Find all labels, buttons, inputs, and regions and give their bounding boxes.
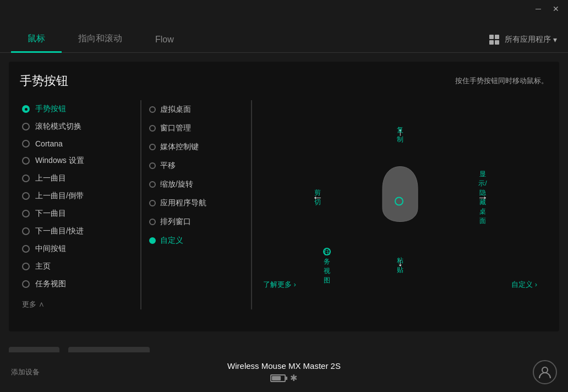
mid-item-tile[interactable]: 排列窗口 [147, 213, 245, 231]
right-label: 显示/隐藏桌面 [477, 169, 488, 225]
list-item-middle[interactable]: 中间按钮 [20, 240, 135, 258]
mid-item-virtual[interactable]: 虚拟桌面 [147, 100, 245, 119]
device-icons: ✱ [270, 373, 297, 383]
radio-anypage [22, 280, 30, 288]
show-more-btn[interactable]: 更多 ∧ [20, 297, 135, 309]
radio-prevback [22, 192, 30, 200]
bl-label: 任务视图 [323, 248, 331, 285]
radio-windows [22, 157, 30, 165]
device-info: Wireless Mouse MX Master 2S ✱ [227, 361, 341, 383]
mid-item-zoom[interactable]: 缩放/旋转 [147, 175, 245, 194]
chevron-down-icon: ▾ [553, 35, 557, 44]
up-label: 复制 [397, 126, 403, 144]
battery-fill [272, 376, 280, 380]
mouse-graphic [378, 164, 422, 225]
left-label: 剪切 [312, 188, 323, 206]
title-bar: ─ ✕ [0, 0, 568, 18]
tab-bar: 鼠标 指向和滚动 Flow 所有应用程序 ▾ [0, 18, 568, 53]
list-item-windows[interactable]: Windows 设置 [20, 152, 135, 170]
gesture-down: ↓ 粘贴 [397, 256, 403, 269]
mid-item-media[interactable]: 媒体控制键 [147, 138, 245, 156]
section-hint: 按住手势按钮同时移动鼠标。 [455, 76, 548, 86]
radio-cortana [22, 140, 30, 148]
user-avatar[interactable] [533, 360, 557, 384]
avatar-icon [538, 365, 552, 379]
radio-appnav [149, 200, 156, 206]
tab-mouse[interactable]: 鼠标 [11, 26, 62, 53]
list-item-gesture[interactable]: 手势按钮 [20, 100, 135, 118]
main-panel: 手势按钮 按住手势按钮同时移动鼠标。 手势按钮 滚轮模式切换 Cortana W… [9, 62, 559, 331]
radio-media [149, 144, 156, 150]
radio-zoom [149, 181, 156, 188]
gesture-links: 了解更多 › 自定义 › [263, 280, 537, 290]
gesture-bottomleft: 任务视图 [323, 248, 331, 258]
radio-custom [149, 237, 156, 244]
list-item-scroll[interactable]: 滚轮模式切换 [20, 118, 135, 135]
gesture-area: 复制 ↑ ↓ 粘贴 剪切 ← [252, 100, 548, 309]
section-header: 手势按钮 按住手势按钮同时移动鼠标。 [20, 73, 548, 89]
svg-point-1 [542, 367, 548, 373]
gesture-container: 复制 ↑ ↓ 粘贴 剪切 ← [307, 120, 494, 274]
list-item-nextfast[interactable]: 下一曲目/快进 [20, 222, 135, 240]
apps-dropdown[interactable]: 所有应用程序 ▾ [505, 35, 557, 45]
mid-item-window[interactable]: 窗口管理 [147, 119, 245, 138]
battery-icon [270, 374, 286, 382]
list-item-home[interactable]: 主页 [20, 258, 135, 275]
mid-item-appnav[interactable]: 应用程序导航 [147, 194, 245, 213]
radio-gesture [22, 105, 30, 113]
list-item-anypage[interactable]: 任务视图 [20, 275, 135, 293]
down-label: 粘贴 [397, 256, 403, 275]
list-item-cortana[interactable]: Cortana [20, 135, 135, 152]
mid-item-custom[interactable]: 自定义 [147, 231, 245, 250]
add-device-btn[interactable]: 添加设备 [11, 367, 40, 377]
radio-next [22, 210, 30, 217]
left-list: 手势按钮 滚轮模式切换 Cortana Windows 设置 上一曲目 上一曲目… [20, 100, 141, 309]
close-button[interactable]: ✕ [548, 3, 564, 15]
mid-item-pan[interactable]: 平移 [147, 156, 245, 175]
radio-middle [22, 245, 30, 253]
status-bar: 添加设备 Wireless Mouse MX Master 2S ✱ [0, 352, 568, 392]
mid-list: 虚拟桌面 窗口管理 媒体控制键 平移 缩放/旋转 应用程序导航 [141, 100, 252, 309]
radio-prev [22, 175, 30, 182]
radio-scroll [22, 123, 30, 130]
gesture-left: 剪切 ← [312, 191, 323, 204]
content-area: 手势按钮 滚轮模式切换 Cortana Windows 设置 上一曲目 上一曲目… [20, 100, 548, 309]
radio-window [149, 125, 156, 132]
radio-pan [149, 162, 156, 169]
radio-home [22, 263, 30, 270]
list-item-next[interactable]: 下一曲目 [20, 205, 135, 222]
list-item-prev[interactable]: 上一曲目 [20, 170, 135, 187]
section-title: 手势按钮 [20, 73, 68, 89]
connection-icon: ✱ [290, 373, 297, 383]
app-selector[interactable]: 所有应用程序 ▾ [489, 35, 557, 52]
gesture-right: → 显示/隐藏桌面 [477, 191, 488, 204]
radio-virtual [149, 106, 156, 113]
list-item-prevback[interactable]: 上一曲目/倒带 [20, 187, 135, 205]
gesture-up: 复制 ↑ [397, 126, 403, 138]
radio-nextfast [22, 227, 30, 235]
device-name-label: Wireless Mouse MX Master 2S [227, 361, 341, 371]
customize-link[interactable]: 自定义 › [511, 280, 537, 290]
learn-more-link[interactable]: 了解更多 › [263, 280, 296, 290]
tab-flow[interactable]: Flow [139, 28, 190, 53]
apps-label: 所有应用程序 [505, 35, 551, 45]
tabs-container: 鼠标 指向和滚动 Flow [11, 26, 190, 52]
grid-icon [489, 35, 499, 45]
radio-tile [149, 219, 156, 225]
minimize-button[interactable]: ─ [531, 3, 546, 15]
tab-pointer[interactable]: 指向和滚动 [62, 26, 139, 53]
